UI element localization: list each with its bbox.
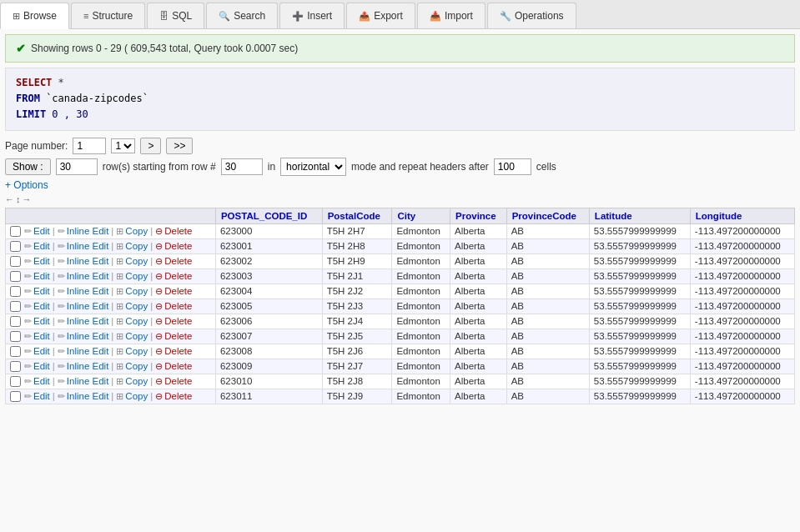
col-header-postal-code-id[interactable]: POSTAL_CODE_ID xyxy=(215,208,322,223)
sort-left-icon[interactable]: ← xyxy=(5,194,14,204)
inline-edit-link[interactable]: Inline Edit xyxy=(67,301,109,311)
cell-province: Alberta xyxy=(450,314,507,329)
delete-link[interactable]: Delete xyxy=(164,376,192,386)
col-header-postal-code[interactable]: PostalCode xyxy=(322,208,392,223)
col-header-province[interactable]: Province xyxy=(450,208,507,223)
cell-province: Alberta xyxy=(450,359,507,374)
inline-edit-pencil-icon: ✏ xyxy=(58,376,65,387)
inline-edit-link[interactable]: Inline Edit xyxy=(67,316,109,326)
table-row: ✏ Edit | ✏ Inline Edit | ⊞ Copy | ⊖ Dele… xyxy=(6,253,795,269)
row-checkbox[interactable] xyxy=(10,346,21,357)
row-checkbox[interactable] xyxy=(10,376,21,387)
col-header-city[interactable]: City xyxy=(392,208,450,223)
edit-link[interactable]: Edit xyxy=(33,331,50,341)
copy-link[interactable]: Copy xyxy=(125,286,148,296)
copy-link[interactable]: Copy xyxy=(125,346,148,356)
edit-link[interactable]: Edit xyxy=(33,286,50,296)
inline-edit-link[interactable]: Inline Edit xyxy=(67,361,109,371)
inline-edit-link[interactable]: Inline Edit xyxy=(67,376,109,386)
last-page-button[interactable]: >> xyxy=(166,138,193,154)
row-checkbox[interactable] xyxy=(10,301,21,312)
delete-link[interactable]: Delete xyxy=(164,241,192,251)
row-checkbox[interactable] xyxy=(10,286,21,297)
next-page-button[interactable]: > xyxy=(140,138,161,154)
col-header-province-code[interactable]: ProvinceCode xyxy=(506,208,589,223)
inline-edit-link[interactable]: Inline Edit xyxy=(67,226,109,236)
delete-link[interactable]: Delete xyxy=(164,391,192,401)
delete-link[interactable]: Delete xyxy=(164,286,192,296)
row-checkbox[interactable] xyxy=(10,361,21,372)
tab-export[interactable]: 📤Export xyxy=(346,3,415,28)
edit-link[interactable]: Edit xyxy=(33,376,50,386)
row-checkbox[interactable] xyxy=(10,241,21,252)
delete-link[interactable]: Delete xyxy=(164,256,192,266)
tab-operations[interactable]: 🔧Operations xyxy=(487,3,576,28)
sort-mid-icon[interactable]: ↕ xyxy=(16,194,21,204)
structure-tab-label: Structure xyxy=(92,10,133,22)
cell-longitude: -113.497200000000 xyxy=(690,299,794,314)
page-number-input[interactable] xyxy=(73,138,106,154)
copy-link[interactable]: Copy xyxy=(125,391,148,401)
tab-sql[interactable]: 🗄SQL xyxy=(147,3,204,28)
inline-edit-link[interactable]: Inline Edit xyxy=(67,256,109,266)
edit-link[interactable]: Edit xyxy=(33,271,50,281)
sort-right-icon[interactable]: → xyxy=(23,194,32,204)
sql-star: * xyxy=(52,77,63,88)
row-checkbox[interactable] xyxy=(10,331,21,342)
tab-browse[interactable]: ⊞Browse xyxy=(0,3,69,29)
delete-icon: ⊖ xyxy=(155,226,163,237)
edit-link[interactable]: Edit xyxy=(33,346,50,356)
row-checkbox[interactable] xyxy=(10,316,21,327)
options-link[interactable]: + Options xyxy=(5,179,795,191)
inline-edit-link[interactable]: Inline Edit xyxy=(67,331,109,341)
inline-edit-link[interactable]: Inline Edit xyxy=(67,286,109,296)
copy-link[interactable]: Copy xyxy=(125,226,148,236)
delete-link[interactable]: Delete xyxy=(164,301,192,311)
copy-link[interactable]: Copy xyxy=(125,271,148,281)
row-checkbox[interactable] xyxy=(10,226,21,237)
copy-link[interactable]: Copy xyxy=(125,376,148,386)
edit-link[interactable]: Edit xyxy=(33,301,50,311)
copy-link[interactable]: Copy xyxy=(125,316,148,326)
cell-postal-code-id: 623011 xyxy=(215,389,322,404)
cell-province: Alberta xyxy=(450,284,507,299)
copy-link[interactable]: Copy xyxy=(125,361,148,371)
inline-edit-link[interactable]: Inline Edit xyxy=(67,346,109,356)
tab-import[interactable]: 📥Import xyxy=(417,3,486,28)
delete-link[interactable]: Delete xyxy=(164,271,192,281)
copy-link[interactable]: Copy xyxy=(125,256,148,266)
copy-link[interactable]: Copy xyxy=(125,241,148,251)
delete-link[interactable]: Delete xyxy=(164,331,192,341)
row-checkbox[interactable] xyxy=(10,271,21,282)
inline-edit-link[interactable]: Inline Edit xyxy=(67,271,109,281)
delete-icon: ⊖ xyxy=(155,286,163,297)
inline-edit-link[interactable]: Inline Edit xyxy=(67,391,109,401)
delete-link[interactable]: Delete xyxy=(164,346,192,356)
inline-edit-link[interactable]: Inline Edit xyxy=(67,241,109,251)
row-checkbox[interactable] xyxy=(10,256,21,267)
col-header-latitude[interactable]: Latitude xyxy=(589,208,690,223)
edit-link[interactable]: Edit xyxy=(33,316,50,326)
edit-link[interactable]: Edit xyxy=(33,361,50,371)
show-button[interactable]: Show : xyxy=(5,158,51,175)
copy-link[interactable]: Copy xyxy=(125,331,148,341)
delete-link[interactable]: Delete xyxy=(164,226,192,236)
tab-structure[interactable]: ≡Structure xyxy=(71,3,145,28)
edit-link[interactable]: Edit xyxy=(33,391,50,401)
col-header-longitude[interactable]: Longitude xyxy=(690,208,794,223)
start-row-input[interactable] xyxy=(221,158,263,175)
edit-link[interactable]: Edit xyxy=(33,226,50,236)
cell-postal-code-id: 623010 xyxy=(215,374,322,389)
rows-count-input[interactable] xyxy=(56,158,98,175)
repeat-headers-input[interactable] xyxy=(494,158,531,175)
row-checkbox[interactable] xyxy=(10,391,21,402)
edit-link[interactable]: Edit xyxy=(33,241,50,251)
delete-link[interactable]: Delete xyxy=(164,316,192,326)
delete-link[interactable]: Delete xyxy=(164,361,192,371)
display-mode-select[interactable]: horizontal vertical xyxy=(280,158,346,176)
edit-link[interactable]: Edit xyxy=(33,256,50,266)
tab-search[interactable]: 🔍Search xyxy=(206,3,278,28)
tab-insert[interactable]: ➕Insert xyxy=(279,3,345,28)
copy-link[interactable]: Copy xyxy=(125,301,148,311)
page-number-select[interactable]: 1 xyxy=(111,138,135,153)
